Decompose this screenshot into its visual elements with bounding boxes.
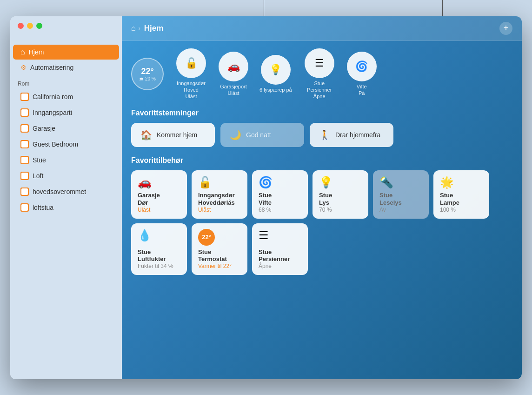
accessory-name: StueLuftfukter	[138, 248, 180, 263]
status-bar: 22° 🌧 20 % 🔓 Inngangsdør HovedUlåst 🚗 Ga…	[131, 48, 512, 100]
maximize-button[interactable]	[36, 23, 42, 29]
scene-drar-hjemmefra[interactable]: 🚶 Drar hjemmefra	[310, 123, 393, 147]
sidebar-item-guest-bedroom[interactable]: Guest Bedroom	[13, 137, 119, 152]
sidebar: ⌂ Hjem ⚙ Automatisering Rom California r…	[10, 16, 122, 379]
temperature-widget[interactable]: 22° 🌧 20 %	[131, 58, 164, 90]
status-label: ViftePå	[357, 83, 367, 97]
annotation-line-right	[442, 0, 443, 18]
sidebar-item-hovedsoverommet[interactable]: hovedsoverommet	[13, 184, 119, 199]
room-icon	[20, 124, 29, 133]
accessory-name: StueLampe	[440, 192, 483, 206]
titlebar-home-icon: ⌂	[131, 24, 136, 33]
fan-icon: 🌀	[259, 176, 301, 189]
titlebar: ⌂ › Hjem +	[122, 16, 522, 41]
room-icon	[20, 156, 29, 164]
room-label: loftstua	[33, 204, 53, 211]
room-label: hovedsoverommet	[33, 188, 86, 195]
status-circle: 🚗	[219, 52, 248, 81]
room-label: Guest Bedroom	[33, 141, 78, 148]
room-icon	[20, 187, 29, 196]
accessories-section-header: Favorittilbehør	[131, 156, 512, 165]
accessories-grid: 🚗 GarasjeDør Ulåst 🔓 InngangsdørHoveddør…	[131, 170, 512, 274]
room-icon	[20, 172, 29, 180]
sidebar-item-inngangsparti[interactable]: Inngangsparti	[13, 105, 119, 120]
sidebar-item-label: Hjem	[29, 48, 44, 56]
accessory-name: InngangsdørHoveddørlås	[198, 192, 241, 206]
blinds-icon: ☰	[259, 229, 301, 242]
sidebar-item-label: Automatisering	[30, 64, 73, 71]
main-content: ⌂ › Hjem + 22° 🌧 20 % 🔓 Inngangsdør Hove…	[122, 16, 522, 379]
lock-icon: 🔓	[198, 176, 241, 189]
accessory-stue-vifte[interactable]: 🌀 StueVifte 68 %	[252, 170, 308, 218]
content-area: 22° 🌧 20 % 🔓 Inngangsdør HovedUlåst 🚗 Ga…	[122, 41, 522, 379]
accessory-stue-leselys[interactable]: 🔦 StueLeselys Av	[373, 170, 429, 218]
status-circle: 💡	[261, 55, 291, 85]
accessory-stue-persienner[interactable]: ☰ StuePersienner Åpne	[252, 223, 308, 275]
accessory-stue-termostat[interactable]: 22° StueTermostat Varmer til 22°	[192, 223, 247, 275]
room-label: Loft	[33, 172, 43, 180]
accessory-status: 68 %	[259, 207, 301, 213]
accessory-inngangsdor-las[interactable]: 🔓 InngangsdørHoveddørlås Ulåst	[192, 170, 247, 218]
scene-icon: 🌙	[230, 129, 241, 141]
close-button[interactable]	[18, 23, 24, 29]
sidebar-item-california-rom[interactable]: California rom	[13, 89, 119, 104]
minimize-button[interactable]	[27, 23, 33, 29]
status-item-garasjeport[interactable]: 🚗 GarasjeportUlåst	[219, 52, 248, 97]
desk-lamp-icon: 🔦	[379, 176, 422, 189]
room-label: Stue	[33, 156, 46, 164]
status-item-vifte[interactable]: 🌀 ViftePå	[347, 52, 377, 97]
scene-label: Kommer hjem	[157, 131, 197, 139]
sidebar-item-garasje[interactable]: Garasje	[13, 121, 119, 136]
accessory-status: 100 %	[440, 207, 483, 213]
scene-label: God natt	[246, 131, 271, 139]
temperature-value: 22°	[141, 67, 153, 76]
status-label: Inngangsdør HovedUlåst	[175, 80, 207, 100]
status-item-inngangsdor[interactable]: 🔓 Inngangsdør HovedUlåst	[175, 48, 207, 100]
accessory-status: Ulåst	[138, 207, 180, 213]
room-icon	[20, 108, 29, 117]
scene-god-natt[interactable]: 🌙 God natt	[220, 123, 304, 147]
accessory-stue-lys[interactable]: 💡 StueLys 70 %	[313, 170, 368, 218]
scene-icon: 🚶	[319, 129, 331, 141]
home-icon: ⌂	[20, 48, 25, 56]
light-icon: 💡	[319, 176, 362, 189]
sidebar-item-automatisering[interactable]: ⚙ Automatisering	[13, 60, 119, 74]
accessory-status: Av	[379, 207, 422, 213]
sidebar-item-stue[interactable]: Stue	[13, 153, 119, 167]
accessory-name: StueLeselys	[379, 192, 422, 206]
accessory-status: Ulåst	[198, 207, 241, 213]
gear-icon: ⚙	[20, 64, 27, 71]
annotation-line-left	[264, 0, 264, 18]
thermostat-icon: 22°	[198, 229, 215, 246]
sidebar-item-loft[interactable]: Loft	[13, 168, 119, 183]
status-item-lysparer[interactable]: 💡 6 lyspærер på	[259, 55, 292, 93]
room-label: Garasje	[33, 125, 55, 132]
status-label: Stue PersiennerÅpne	[303, 80, 336, 100]
humidity-value: 🌧 20 %	[139, 76, 156, 81]
scene-icon: 🏠	[140, 129, 152, 141]
scene-label: Drar hjemmefra	[335, 131, 380, 139]
accessory-name: StueVifte	[259, 192, 301, 206]
scenes-grid: 🏠 Kommer hjem 🌙 God natt 🚶 Drar hjemmefr…	[131, 123, 512, 147]
status-label: GarasjeportUlåst	[220, 83, 246, 97]
accessory-stue-lampe[interactable]: 🌟 StueLampe 100 %	[433, 170, 489, 218]
status-label: 6 lyspærер på	[259, 87, 292, 93]
accessory-status: Åpne	[259, 263, 301, 269]
accessory-garasje-dor[interactable]: 🚗 GarasjeDør Ulåst	[131, 170, 187, 218]
rooms-section-label: Rom	[10, 75, 122, 89]
add-button[interactable]: +	[499, 22, 512, 35]
sidebar-item-loftstua[interactable]: loftstua	[13, 200, 119, 215]
status-circle: 🌀	[347, 52, 377, 81]
titlebar-title: Hjem	[144, 24, 499, 33]
traffic-lights	[10, 16, 50, 35]
accessory-name: StuePersienner	[259, 248, 301, 263]
sidebar-item-hjem[interactable]: ⌂ Hjem	[13, 45, 119, 60]
accessory-name: GarasjeDør	[138, 192, 180, 206]
status-item-persienner[interactable]: ☰ Stue PersiennerÅpne	[303, 48, 336, 100]
humidifier-icon: 💧	[138, 229, 180, 242]
accessory-status: Fukter til 34 %	[138, 263, 180, 269]
room-label: Inngangsparti	[33, 109, 72, 116]
accessory-stue-luftfukter[interactable]: 💧 StueLuftfukter Fukter til 34 %	[131, 223, 187, 275]
scene-kommer-hjem[interactable]: 🏠 Kommer hjem	[131, 123, 215, 147]
room-icon	[20, 140, 29, 148]
